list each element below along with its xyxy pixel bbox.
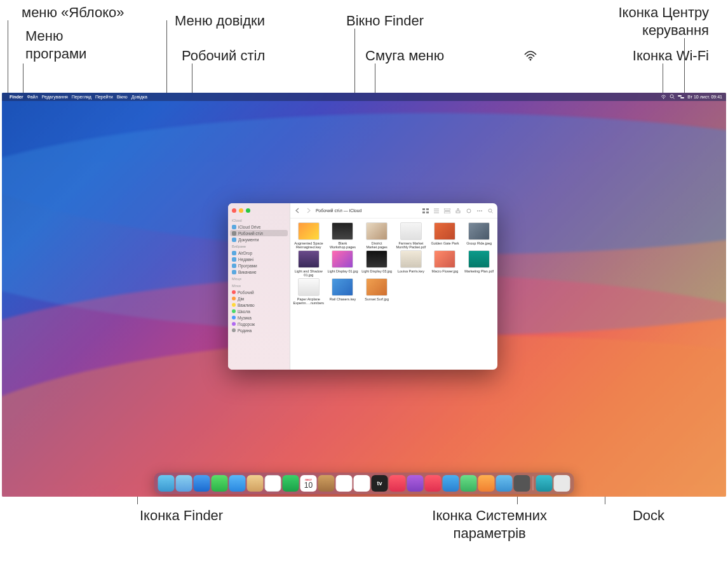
file-thumbnail	[298, 278, 320, 296]
control-center-icon[interactable]	[678, 95, 684, 100]
menu-window[interactable]: Вікно	[117, 95, 128, 99]
sidebar-item[interactable]: Робочий стіл	[230, 230, 288, 236]
svg-line-21	[491, 211, 492, 213]
file-item[interactable]: Blank Workshop.pages	[327, 222, 359, 249]
sidebar-item[interactable]: AirDrop	[228, 250, 290, 256]
file-item[interactable]: District Market.pages	[361, 222, 393, 249]
window-controls	[228, 206, 290, 217]
wifi-icon[interactable]	[661, 95, 666, 100]
finder-title: Робочий стіл — iCloud	[316, 208, 362, 213]
dock-app-news[interactable]	[425, 475, 442, 492]
search-button[interactable]	[487, 207, 494, 214]
svg-line-3	[673, 98, 675, 99]
view-icons-button[interactable]	[422, 207, 429, 214]
dock: ЛИСТ10tv	[154, 473, 574, 494]
dock-app-system-preferences[interactable]	[514, 475, 530, 492]
dock-app-calendar[interactable]: ЛИСТ10	[300, 475, 317, 492]
dock-app-facetime[interactable]	[283, 475, 299, 492]
sidebar-item[interactable]: Важливо	[228, 302, 290, 308]
tag-button[interactable]	[465, 207, 472, 214]
file-name: Light Display 03.jpg	[361, 269, 393, 273]
share-button[interactable]	[454, 207, 461, 214]
file-grid: Augmented Space Reimagined.keyBlank Work…	[290, 218, 497, 370]
action-button[interactable]	[476, 207, 483, 214]
dock-app-music[interactable]	[389, 475, 406, 492]
dock-app-photos[interactable]	[265, 475, 281, 492]
sidebar-item-label: Родина	[238, 328, 252, 333]
dock-app-numbers[interactable]	[461, 475, 477, 492]
clock[interactable]: Вт 10 лист. 09:41	[687, 95, 722, 99]
close-button[interactable]	[232, 208, 236, 213]
sidebar-item[interactable]: Родина	[228, 327, 290, 333]
svg-rect-6	[422, 208, 425, 210]
file-item[interactable]: Louisa Parris.key	[395, 250, 427, 277]
sidebar-item[interactable]: Документи	[228, 236, 290, 243]
file-item[interactable]: Rail Chasers.key	[327, 278, 359, 305]
finder-window[interactable]: iCloudiCloud DriveРобочий стілДокументиВ…	[228, 203, 497, 370]
dock-app-pages[interactable]	[478, 475, 495, 492]
menu-file[interactable]: Файл	[27, 95, 37, 99]
sidebar-item[interactable]: Робочий	[228, 289, 290, 295]
fullscreen-button[interactable]	[246, 208, 250, 213]
dock-app-contacts[interactable]	[318, 475, 335, 492]
dock-app-finder[interactable]	[158, 475, 175, 492]
folder-icon	[232, 238, 236, 242]
tag-dot-icon	[232, 328, 236, 332]
file-thumbnail	[298, 250, 320, 268]
dock-app-podcasts[interactable]	[407, 475, 424, 492]
file-item[interactable]: Light Display 01.jpg	[327, 250, 359, 277]
menu-finder[interactable]: Finder	[10, 95, 23, 99]
folder-icon	[232, 251, 236, 255]
dock-app-tv[interactable]: tv	[372, 475, 388, 492]
sidebar-item[interactable]: iCloud Drive	[228, 224, 290, 230]
sidebar-item[interactable]: Недавні	[228, 256, 290, 262]
sidebar-item[interactable]: Музика	[228, 314, 290, 321]
dock-app-app-store[interactable]	[496, 475, 513, 492]
dock-app-launchpad[interactable]	[176, 475, 192, 492]
dock-app-keynote[interactable]	[443, 475, 459, 492]
forward-button[interactable]	[305, 207, 312, 214]
minimize-button[interactable]	[239, 208, 243, 213]
menu-help[interactable]: Довідка	[131, 95, 147, 99]
file-item[interactable]: Sunset Surf.jpg	[361, 278, 393, 305]
file-item[interactable]: Augmented Space Reimagined.key	[293, 222, 325, 249]
sidebar-item[interactable]: Програми	[228, 262, 290, 269]
svg-rect-15	[456, 211, 460, 213]
group-button[interactable]	[443, 207, 450, 214]
dock-app-notes[interactable]	[354, 475, 370, 492]
folder-icon	[232, 225, 236, 229]
callout-finder-icon: Іконка Finder	[140, 507, 223, 525]
sidebar-item-label: Викачане	[238, 270, 257, 274]
dock-app-maps[interactable]	[247, 475, 264, 492]
line	[375, 64, 375, 95]
dock-app-safari[interactable]	[194, 475, 210, 492]
dock-app-reminders[interactable]	[336, 475, 353, 492]
file-item[interactable]: Group Ride.jpeg	[463, 222, 495, 249]
sidebar-item[interactable]: Викачане	[228, 269, 290, 275]
file-item[interactable]: Macro Flower.jpg	[429, 250, 461, 277]
file-item[interactable]: Light Display 03.jpg	[361, 250, 393, 277]
file-item[interactable]: Golden Gate Park	[429, 222, 461, 249]
line	[23, 64, 24, 95]
sidebar-item[interactable]: Школа	[228, 308, 290, 314]
view-list-button[interactable]	[433, 207, 440, 214]
dock-app-messages[interactable]	[212, 475, 228, 492]
sidebar-item[interactable]: Дім	[228, 295, 290, 302]
menu-edit[interactable]: Редагування	[42, 95, 68, 99]
menu-view[interactable]: Перегляд	[72, 95, 91, 99]
svg-point-2	[670, 95, 673, 98]
dock-trash[interactable]	[554, 475, 570, 492]
file-thumbnail	[434, 222, 455, 240]
sidebar-item-label: Програми	[238, 264, 257, 268]
file-item[interactable]: Marketing Plan.pdf	[463, 250, 495, 277]
callout-app-menu: Меню програми	[25, 27, 86, 62]
menu-go[interactable]: Перейти	[95, 95, 113, 99]
file-item[interactable]: Light and Shadow 01.jpg	[293, 250, 325, 277]
dock-app-mail[interactable]	[229, 475, 246, 492]
sidebar-item[interactable]: Подорож	[228, 321, 290, 327]
spotlight-icon[interactable]	[670, 94, 675, 100]
back-button[interactable]	[294, 207, 301, 214]
dock-downloads[interactable]	[536, 475, 553, 492]
file-item[interactable]: Farmers Market Monthly Packet.pdf	[395, 222, 427, 249]
file-item[interactable]: Paper Airplane Experim….numbers	[293, 278, 325, 305]
